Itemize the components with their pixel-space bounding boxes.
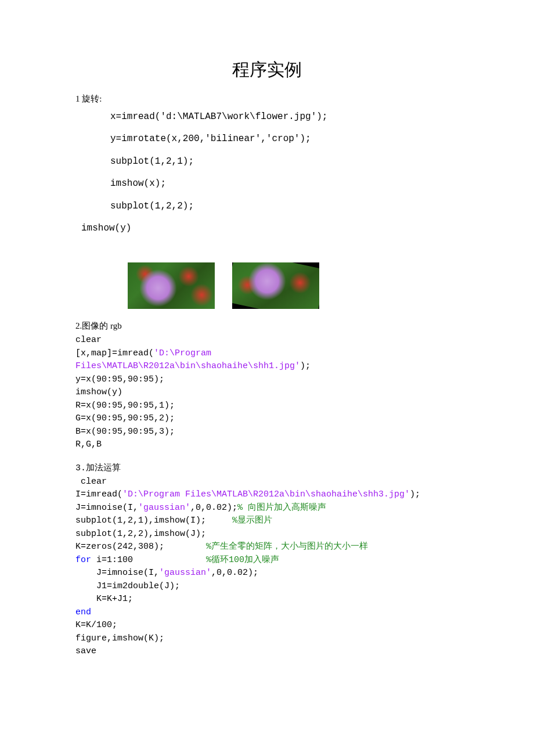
- code-line: K=K+J1;: [75, 593, 459, 606]
- code-line: y=x(90:95,90:95);: [75, 373, 459, 387]
- code-line: y=imrotate(x,200,'bilinear','crop');: [75, 128, 459, 150]
- document-page: 程序实例 1 旋转: x=imread('d:\MATLAB7\work\flo…: [0, 0, 534, 693]
- code-line: J1=im2double(J);: [75, 580, 459, 593]
- section-2-label: 2.图像的 rgb: [75, 321, 459, 332]
- output-images: [75, 262, 459, 309]
- code-line: imshow(x);: [75, 172, 459, 195]
- code-span: subplot(1,2,1),imshow(I);: [75, 516, 232, 525]
- comment: %产生全零的矩阵，大小与图片的大小一样: [206, 542, 368, 552]
- code-line: J=imnoise(I,'gaussian',0,0.02);% 向图片加入高斯…: [75, 502, 459, 515]
- string-literal: 'D:\Program: [154, 348, 211, 358]
- code-line: J=imnoise(I,'gaussian',0,0.02);: [75, 567, 459, 580]
- code-span: ,0,0.02);: [190, 503, 237, 513]
- code-span: J=imnoise(I,: [96, 568, 159, 578]
- code-span: );: [410, 489, 420, 499]
- keyword: for: [75, 555, 91, 565]
- comment: %显示图片: [232, 516, 272, 525]
- code-span: [x,map]=imread(: [75, 348, 154, 358]
- string-literal: 'gaussian': [138, 503, 190, 513]
- code-span: K=zeros(242,308);: [75, 542, 206, 552]
- spacer: [75, 452, 459, 461]
- flower-rotated-image: [232, 262, 319, 309]
- section-3-label: 3.加法运算: [75, 462, 459, 473]
- code-line: for i=1:100 %循环100加入噪声: [75, 554, 459, 567]
- code-line: I=imread('D:\Program Files\MATLAB\R2012a…: [75, 488, 459, 502]
- code-span: J=imnoise(I,: [75, 503, 138, 513]
- comment: %循环100加入噪声: [206, 555, 279, 565]
- string-literal: Files\MATLAB\R2012a\bin\shaohaihe\shh1.j…: [75, 361, 300, 371]
- section-3-code: clear I=imread('D:\Program Files\MATLAB\…: [75, 476, 459, 658]
- code-span: );: [300, 361, 311, 371]
- code-line: subplot(1,2,1);: [75, 150, 459, 172]
- code-line: imshow(y): [75, 386, 459, 399]
- flower-graphic: [128, 262, 215, 309]
- keyword: end: [75, 606, 459, 620]
- code-line: subplot(1,2,2);: [75, 195, 459, 217]
- code-line: R=x(90:95,90:95,1);: [75, 399, 459, 413]
- code-line: R,G,B: [75, 438, 459, 452]
- comment: % 向图片加入高斯噪声: [237, 503, 326, 513]
- code-span: i=1:100: [91, 555, 206, 565]
- string-literal: 'D:\Program Files\MATLAB\R2012a\bin\shao…: [122, 489, 410, 499]
- code-line: x=imread('d:\MATLAB7\work\flower.jpg');: [75, 106, 459, 128]
- code-line: [x,map]=imread('D:\Program: [75, 347, 459, 361]
- code-line: clear: [75, 476, 459, 489]
- flower-original-image: [128, 262, 215, 309]
- flower-graphic-rotated: [232, 262, 319, 309]
- code-line: Files\MATLAB\R2012a\bin\shaohaihe\shh1.j…: [75, 360, 459, 373]
- code-line: K=zeros(242,308); %产生全零的矩阵，大小与图片的大小一样: [75, 541, 459, 554]
- code-line: G=x(90:95,90:95,2);: [75, 412, 459, 426]
- code-line: K=K/100;: [75, 619, 459, 632]
- section-1-label: 1 旋转:: [75, 93, 459, 105]
- code-line: B=x(90:95,90:95,3);: [75, 426, 459, 439]
- string-literal: 'gaussian': [159, 568, 211, 578]
- section-2-code: clear [x,map]=imread('D:\Program Files\M…: [75, 334, 459, 452]
- page-title: 程序实例: [75, 58, 459, 82]
- code-line: imshow(y): [75, 217, 459, 239]
- code-line: figure,imshow(K);: [75, 632, 459, 646]
- code-line: subplot(1,2,2),imshow(J);: [75, 528, 459, 541]
- code-span: I=imread(: [75, 489, 122, 499]
- code-line: clear: [75, 334, 459, 347]
- code-line: subplot(1,2,1),imshow(I); %显示图片: [75, 514, 459, 528]
- code-line: save: [75, 645, 459, 658]
- code-span: ,0,0.02);: [211, 568, 258, 578]
